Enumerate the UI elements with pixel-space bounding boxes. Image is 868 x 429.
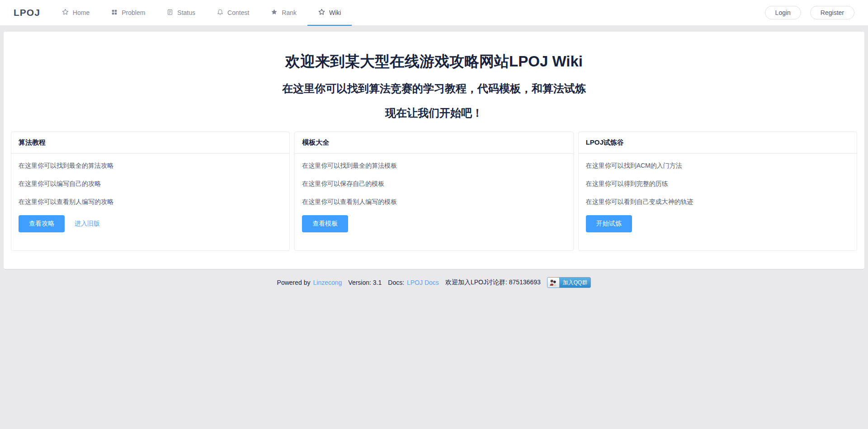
- old-version-link[interactable]: 进入旧版: [75, 220, 100, 228]
- nav-item-label: Wiki: [329, 9, 341, 16]
- qq-badge-label: 加入QQ群: [559, 278, 591, 288]
- card-template-collection: 模板大全 在这里你可以找到最全的算法模板 在这里你可以保存自己的模板 在这里你可…: [294, 132, 573, 251]
- nav-item-contest[interactable]: Contest: [206, 0, 260, 25]
- qq-group-text: 欢迎加入LPOJ讨论群: 875136693: [445, 278, 541, 287]
- main-panel: 欢迎来到某大型在线游戏攻略网站LPOJ Wiki 在这里你可以找到算法竞赛的学习…: [4, 32, 864, 269]
- nav-item-status[interactable]: Status: [156, 0, 206, 25]
- page-call-to-action: 现在让我们开始吧！: [11, 107, 857, 120]
- grid-icon: [111, 9, 118, 17]
- linzecong-link[interactable]: Linzecong: [313, 279, 342, 286]
- page-title: 欢迎来到某大型在线游戏攻略网站LPOJ Wiki: [11, 52, 857, 71]
- qq-people-icon: [547, 278, 559, 288]
- start-trial-button[interactable]: 开始试炼: [586, 215, 632, 232]
- login-button[interactable]: Login: [765, 6, 801, 19]
- card-title: 模板大全: [295, 132, 573, 154]
- powered-by: Powered by Linzecong: [277, 279, 342, 286]
- nav-item-label: Status: [177, 9, 195, 16]
- card-row: 算法教程 在这里你可以找到最全的算法攻略 在这里你可以编写自己的攻略 在这里你可…: [11, 132, 857, 251]
- card-title: 算法教程: [11, 132, 289, 154]
- nav-item-label: Problem: [122, 9, 145, 16]
- card-line: 在这里你可以查看别人编写的攻略: [19, 197, 282, 206]
- footer: Powered by Linzecong Version: 3.1 Docs: …: [0, 277, 868, 288]
- nav-item-wiki[interactable]: Wiki: [307, 0, 352, 25]
- bell-icon: [217, 9, 223, 17]
- version-text: Version: 3.1: [348, 279, 382, 286]
- nav-item-problem[interactable]: Problem: [100, 0, 156, 25]
- view-templates-button[interactable]: 查看模板: [302, 215, 348, 232]
- card-line: 在这里你可以找到最全的算法攻略: [19, 161, 282, 170]
- nav-item-label: Home: [73, 9, 90, 16]
- join-qq-group-badge[interactable]: 加入QQ群: [547, 277, 591, 288]
- brand-logo[interactable]: LPOJ: [14, 7, 40, 18]
- powered-by-label: Powered by: [277, 279, 311, 286]
- card-line: 在这里你可以看到自己变成大神的轨迹: [586, 197, 849, 206]
- view-tutorials-button[interactable]: 查看攻略: [19, 215, 65, 232]
- page-subtitle: 在这里你可以找到算法竞赛的学习教程，代码模板，和算法试炼: [11, 82, 857, 95]
- card-line: 在这里你可以找到最全的算法模板: [302, 161, 566, 170]
- card-line: 在这里你可以保存自己的模板: [302, 179, 566, 188]
- card-title: LPOJ试炼谷: [579, 132, 857, 154]
- star-outline-icon: [62, 9, 69, 17]
- card-line: 在这里你可以找到ACM的入门方法: [586, 161, 849, 170]
- card-actions: 查看模板: [302, 215, 566, 232]
- lpoj-docs-link[interactable]: LPOJ Docs: [407, 279, 439, 286]
- star-outline-icon: [318, 9, 325, 17]
- card-body: 在这里你可以找到ACM的入门方法 在这里你可以得到完整的历练 在这里你可以看到自…: [579, 154, 857, 250]
- document-icon: [167, 9, 173, 17]
- card-actions: 查看攻略 进入旧版: [19, 215, 282, 232]
- nav-item-label: Contest: [227, 9, 249, 16]
- nav-menu: Home Problem Status Contest Rank Wiki: [51, 0, 352, 25]
- card-line: 在这里你可以编写自己的攻略: [19, 179, 282, 188]
- docs-label: Docs:: [388, 279, 404, 286]
- navbar: LPOJ Home Problem Status Contest Rank Wi…: [0, 0, 868, 26]
- nav-item-rank[interactable]: Rank: [260, 0, 307, 25]
- star-filled-icon: [271, 9, 278, 17]
- card-lpoj-trial-valley: LPOJ试炼谷 在这里你可以找到ACM的入门方法 在这里你可以得到完整的历练 在…: [578, 132, 857, 251]
- card-body: 在这里你可以找到最全的算法模板 在这里你可以保存自己的模板 在这里你可以查看别人…: [295, 154, 573, 250]
- card-actions: 开始试炼: [586, 215, 849, 232]
- nav-item-home[interactable]: Home: [51, 0, 100, 25]
- docs: Docs: LPOJ Docs: [388, 279, 439, 286]
- card-body: 在这里你可以找到最全的算法攻略 在这里你可以编写自己的攻略 在这里你可以查看别人…: [11, 154, 289, 250]
- card-algorithm-tutorials: 算法教程 在这里你可以找到最全的算法攻略 在这里你可以编写自己的攻略 在这里你可…: [11, 132, 290, 251]
- nav-item-label: Rank: [282, 9, 297, 16]
- card-line: 在这里你可以得到完整的历练: [586, 179, 849, 188]
- card-line: 在这里你可以查看别人编写的模板: [302, 197, 566, 206]
- register-button[interactable]: Register: [810, 6, 854, 19]
